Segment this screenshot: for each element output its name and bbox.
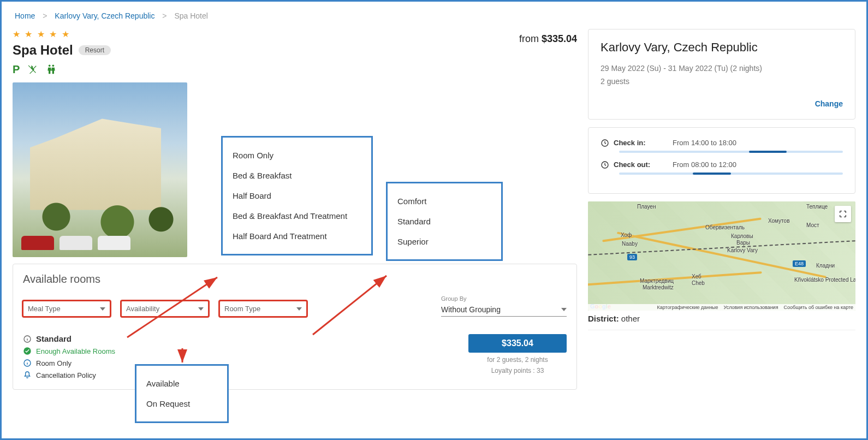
- room-option[interactable]: Superior: [397, 231, 491, 252]
- breadcrumb-sep: >: [162, 11, 167, 20]
- restaurant-icon: [27, 63, 38, 76]
- map-city-label: Křivoklátsko Protected Landscape Area: [794, 277, 855, 283]
- room-availability-text: Enough Available Rooms: [36, 347, 115, 355]
- group-by-dropdown[interactable]: Without Grouping: [441, 303, 567, 317]
- map-city-label: Кладни: [816, 263, 835, 269]
- breadcrumb-home[interactable]: Home: [15, 11, 35, 20]
- available-rooms-heading: Available rooms: [23, 273, 567, 286]
- clock-icon: [601, 139, 609, 147]
- map-route-shield: E48: [793, 260, 806, 267]
- breadcrumb: Home > Karlovy Vary, Czech Republic > Sp…: [13, 11, 855, 20]
- breadcrumb-sep: >: [43, 11, 47, 20]
- map-city-label: Теплице: [806, 204, 828, 210]
- svg-line-9: [127, 277, 217, 337]
- caret-down-icon: [100, 307, 105, 311]
- info-blue-icon: [23, 359, 32, 367]
- svg-point-0: [49, 65, 51, 67]
- map-attribution: Картографические данные Условия использо…: [588, 304, 855, 311]
- map-city-label: Marktredwitz: [643, 284, 674, 290]
- room-name: Standard: [36, 334, 72, 343]
- parking-icon: P: [13, 63, 20, 76]
- star-rating: ★ ★ ★ ★ ★: [13, 29, 111, 39]
- meal-type-dropdown[interactable]: Meal Type: [23, 301, 110, 317]
- checkout-label: Check out:: [614, 160, 650, 169]
- map-city-label: Мост: [806, 222, 819, 228]
- map-city-label: Хомутов: [768, 218, 789, 224]
- hotel-photo[interactable]: [13, 82, 187, 257]
- map-expand-icon[interactable]: [835, 206, 851, 222]
- price-button[interactable]: $335.04: [468, 334, 567, 353]
- map-city-label: Плауен: [637, 204, 656, 210]
- clock-icon: [601, 160, 609, 169]
- check-in-out-panel: Check in: From 14:00 to 18:00 Check out:…: [588, 127, 855, 194]
- annotation-arrow: [307, 269, 395, 340]
- map-city-label: Naaby: [622, 241, 638, 247]
- resort-badge: Resort: [79, 45, 111, 55]
- hotel-title: Spa Hotel: [13, 43, 73, 58]
- map-city-label: Хеб: [692, 273, 701, 280]
- room-option[interactable]: Comfort: [397, 191, 491, 211]
- map[interactable]: ПлауенТеплицеОбервизентальХомутовМостХоф…: [588, 201, 855, 311]
- caret-down-icon: [561, 308, 567, 311]
- price-sub1: for 2 guests, 2 nights: [468, 356, 567, 364]
- map-city-label: Обервизенталь: [705, 224, 745, 230]
- meal-option[interactable]: Bed & Breakfast: [233, 165, 361, 186]
- annotation-arrow: [122, 272, 223, 343]
- svg-line-10: [313, 276, 387, 335]
- annotation-arrow: [174, 347, 191, 366]
- available-rooms-section: Available rooms Meal Type Availability R…: [13, 264, 577, 390]
- availability-options-popup: Available On Request: [135, 364, 229, 423]
- map-city-label: Karlovy Vary: [727, 247, 758, 253]
- room-type-options-popup: Comfort Standard Superior: [386, 182, 503, 261]
- room-type-dropdown[interactable]: Room Type: [219, 301, 307, 317]
- cancellation-policy-link[interactable]: Cancellation Policy: [36, 371, 96, 379]
- booking-location: Karlovy Vary, Czech Republic: [601, 40, 843, 55]
- price-top: from $335.04: [519, 29, 577, 45]
- svg-point-1: [52, 65, 55, 67]
- meal-option[interactable]: Bed & Breakfast And Treatment: [233, 206, 361, 226]
- booking-dates: 29 May 2022 (Su) - 31 May 2022 (Tu) (2 n…: [601, 62, 843, 75]
- district-line: District: other: [588, 314, 855, 323]
- map-city-label: Карловы: [731, 233, 753, 239]
- info-icon: [23, 335, 32, 343]
- bell-icon: [23, 371, 32, 379]
- family-icon: [46, 63, 57, 76]
- map-city-label: Хоф: [621, 232, 632, 238]
- breadcrumb-location[interactable]: Karlovy Vary, Czech Republic: [55, 11, 154, 20]
- breadcrumb-current: Spa Hotel: [174, 11, 207, 20]
- room-option[interactable]: Standard: [397, 211, 491, 231]
- check-circle-icon: [23, 347, 32, 355]
- availability-option[interactable]: Available: [146, 373, 217, 394]
- checkin-label: Check in:: [614, 139, 646, 147]
- checkout-timebar: [619, 173, 843, 175]
- booking-guests: 2 guests: [601, 75, 843, 88]
- group-by-label: Group By: [441, 295, 567, 302]
- change-link[interactable]: Change: [601, 99, 843, 108]
- booking-summary-panel: Karlovy Vary, Czech Republic 29 May 2022…: [588, 29, 855, 120]
- map-route-shield: 93: [627, 254, 637, 260]
- room-meal-text: Room Only: [36, 359, 72, 367]
- price-sub2: Loyalty points : 33: [468, 367, 567, 374]
- meal-type-options-popup: Room Only Bed & Breakfast Half Board Bed…: [221, 136, 373, 255]
- map-city-label: Cheb: [692, 280, 705, 286]
- meal-option[interactable]: Half Board: [233, 186, 361, 206]
- map-city-label: Марктредвиц: [640, 278, 674, 284]
- checkin-timebar: [619, 151, 843, 153]
- checkin-value: From 14:00 to 18:00: [673, 139, 843, 147]
- caret-down-icon: [296, 307, 302, 311]
- map-city-label: Вары: [736, 240, 750, 246]
- meal-option[interactable]: Room Only: [233, 145, 361, 165]
- meal-option[interactable]: Half Board And Treatment: [233, 226, 361, 246]
- availability-option[interactable]: On Request: [146, 394, 217, 414]
- checkout-value: From 08:00 to 12:00: [673, 160, 843, 169]
